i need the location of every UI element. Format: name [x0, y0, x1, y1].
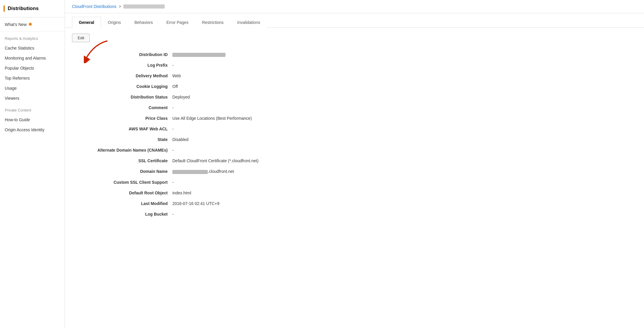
value-domain-name: .cloudfront.net	[172, 169, 234, 174]
label-distribution-status: Distribution Status	[72, 95, 172, 99]
sidebar-item-viewers[interactable]: Viewers	[0, 93, 65, 103]
row-cnames: Alternate Domain Names (CNAMEs) -	[72, 145, 637, 155]
row-log-bucket: Log Bucket -	[72, 209, 637, 219]
label-cookie-logging: Cookie Logging	[72, 84, 172, 89]
row-default-root: Default Root Object index.html	[72, 188, 637, 198]
edit-button-container: Edit	[72, 34, 637, 42]
value-distribution-status: Deployed	[172, 95, 190, 99]
sidebar-bar-accent	[4, 5, 5, 12]
label-delivery-method: Delivery Method	[72, 73, 172, 78]
row-last-modified: Last Modified 2016-07-16 02:41 UTC+9	[72, 198, 637, 209]
label-default-root: Default Root Object	[72, 191, 172, 195]
sidebar-item-popular-objects[interactable]: Popular Objects	[0, 63, 65, 73]
blurred-distribution-id	[172, 53, 225, 57]
row-domain-name: Domain Name .cloudfront.net	[72, 166, 637, 177]
label-log-bucket: Log Bucket	[72, 212, 172, 217]
edit-button[interactable]: Edit	[72, 34, 90, 42]
label-domain-name: Domain Name	[72, 169, 172, 174]
content-area: Edit Distribution ID Log Prefix	[65, 28, 644, 328]
value-price-class: Use All Edge Locations (Best Performance…	[172, 116, 252, 121]
label-state: State	[72, 137, 172, 142]
data-table: Distribution ID Log Prefix - Delivery Me…	[72, 49, 637, 219]
label-aws-waf: AWS WAF Web ACL	[72, 127, 172, 131]
tab-error-pages[interactable]: Error Pages	[160, 17, 195, 28]
sidebar-title: Distributions	[8, 6, 39, 12]
tab-invalidations[interactable]: Invalidations	[231, 17, 267, 28]
value-default-root: index.html	[172, 191, 191, 195]
label-ssl-certificate: SSL Certificate	[72, 158, 172, 163]
domain-suffix: .cloudfront.net	[208, 169, 234, 174]
row-log-prefix: Log Prefix -	[72, 60, 637, 70]
main-content: CloudFront Distributions > General Origi…	[65, 0, 644, 328]
tabs-bar: General Origins Behaviors Error Pages Re…	[65, 17, 644, 28]
breadcrumb-separator: >	[119, 4, 121, 9]
row-ssl-certificate: SSL Certificate Default CloudFront Certi…	[72, 155, 637, 166]
label-custom-ssl: Custom SSL Client Support	[72, 180, 172, 185]
row-distribution-id: Distribution ID	[72, 49, 637, 60]
value-aws-waf: -	[172, 127, 174, 131]
tab-general[interactable]: General	[72, 17, 101, 28]
value-ssl-certificate: Default CloudFront Certificate (*.cloudf…	[172, 158, 259, 163]
value-delivery-method: Web	[172, 73, 181, 78]
value-distribution-id	[172, 52, 225, 57]
value-comment: -	[172, 105, 174, 110]
row-state: State Disabled	[72, 134, 637, 145]
whats-new-label: What's New	[5, 22, 27, 27]
value-custom-ssl: -	[172, 180, 174, 185]
label-log-prefix: Log Prefix	[72, 63, 172, 68]
tab-restrictions[interactable]: Restrictions	[195, 17, 230, 28]
breadcrumb: CloudFront Distributions >	[65, 0, 644, 13]
sidebar: Distributions What's New ✱ Reports & Ana…	[0, 0, 65, 328]
sidebar-item-cache-statistics[interactable]: Cache Statistics	[0, 43, 65, 53]
label-price-class: Price Class	[72, 116, 172, 121]
label-distribution-id: Distribution ID	[72, 52, 172, 57]
breadcrumb-current	[123, 4, 165, 9]
tab-origins[interactable]: Origins	[101, 17, 128, 28]
label-last-modified: Last Modified	[72, 201, 172, 206]
private-content-header: Private Content	[0, 103, 65, 115]
value-state: Disabled	[172, 137, 188, 142]
label-comment: Comment	[72, 105, 172, 110]
tab-behaviors[interactable]: Behaviors	[128, 17, 160, 28]
sidebar-item-usage[interactable]: Usage	[0, 83, 65, 93]
value-last-modified: 2016-07-16 02:41 UTC+9	[172, 201, 219, 206]
row-delivery-method: Delivery Method Web	[72, 70, 637, 81]
blurred-domain	[172, 170, 208, 174]
row-distribution-status: Distribution Status Deployed	[72, 92, 637, 102]
value-cookie-logging: Off	[172, 84, 178, 89]
breadcrumb-link[interactable]: CloudFront Distributions	[72, 4, 116, 9]
value-cnames: -	[172, 148, 174, 152]
sidebar-header: Distributions	[0, 0, 65, 17]
row-price-class: Price Class Use All Edge Locations (Best…	[72, 113, 637, 124]
row-aws-waf: AWS WAF Web ACL -	[72, 124, 637, 134]
value-log-bucket: -	[172, 212, 174, 217]
row-custom-ssl: Custom SSL Client Support -	[72, 177, 637, 188]
reports-analytics-header: Reports & Analytics	[0, 32, 65, 43]
whats-new-item[interactable]: What's New ✱	[0, 17, 65, 32]
sidebar-item-monitoring-alarms[interactable]: Monitoring and Alarms	[0, 53, 65, 63]
sidebar-item-origin-access-identity[interactable]: Origin Access Identity	[0, 125, 65, 135]
row-comment: Comment -	[72, 102, 637, 113]
label-cnames: Alternate Domain Names (CNAMEs)	[72, 148, 172, 152]
asterisk-icon: ✱	[28, 22, 32, 27]
row-cookie-logging: Cookie Logging Off	[72, 81, 637, 92]
value-log-prefix: -	[172, 63, 174, 68]
sidebar-item-how-to-guide[interactable]: How-to Guide	[0, 115, 65, 125]
sidebar-item-top-referrers[interactable]: Top Referrers	[0, 73, 65, 83]
